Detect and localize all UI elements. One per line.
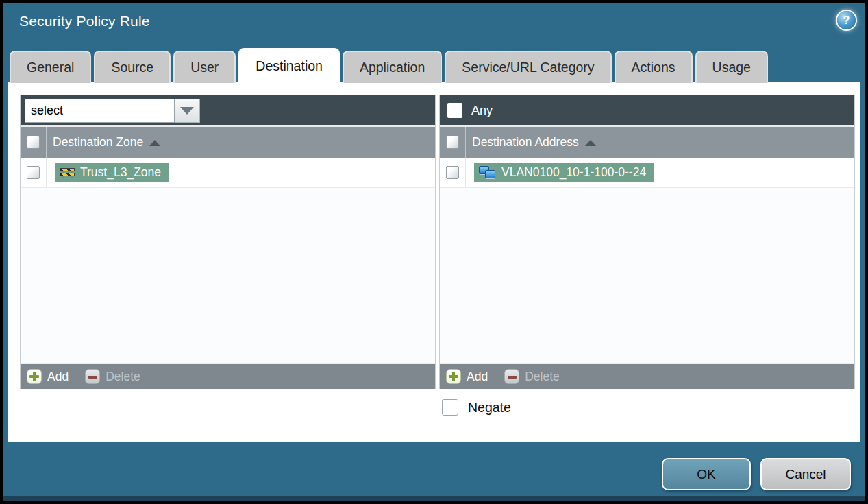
- table-row: Trust_L3_Zone: [21, 158, 435, 188]
- help-icon: ?: [843, 14, 850, 27]
- negate-checkbox[interactable]: [442, 399, 458, 416]
- address-panel-toolbar: Any: [440, 95, 854, 125]
- zone-add-button[interactable]: Add: [27, 369, 69, 384]
- row-checkbox-cell: [21, 158, 47, 187]
- zone-select-input[interactable]: [25, 99, 175, 123]
- any-checkbox-group: Any: [443, 103, 493, 118]
- destination-address-panel: Any Destination Address: [439, 95, 855, 389]
- zone-panel-toolbar: [21, 95, 435, 125]
- address-column-header-label: Destination Address: [472, 135, 579, 149]
- zone-table-header: Destination Zone: [21, 125, 435, 158]
- table-row: VLAN0100_10-1-100-0--24: [440, 158, 854, 188]
- zone-item-trust-l3-zone[interactable]: Trust_L3_Zone: [55, 163, 169, 182]
- minus-icon: [504, 369, 519, 384]
- zone-table-body: Trust_L3_Zone: [21, 158, 435, 363]
- tab-usage[interactable]: Usage: [695, 51, 768, 83]
- zone-add-label: Add: [47, 370, 69, 384]
- address-row-checkbox[interactable]: [446, 166, 459, 179]
- address-item-vlan0100[interactable]: VLAN0100_10-1-100-0--24: [474, 163, 654, 182]
- dialog-background: Security Policy Rule ? General Source Us…: [3, 3, 865, 501]
- zone-select-dropdown-button[interactable]: [175, 99, 200, 123]
- address-header-checkbox-cell: [440, 127, 466, 158]
- tab-application[interactable]: Application: [343, 51, 442, 83]
- zone-icon: [60, 167, 75, 178]
- dialog-bottom-shade: [3, 496, 865, 501]
- plus-icon: [27, 369, 42, 384]
- tab-bar: General Source User Destination Applicat…: [10, 48, 768, 83]
- address-table-body: VLAN0100_10-1-100-0--24: [440, 158, 854, 363]
- dialog-title: Security Policy Rule: [19, 13, 150, 29]
- zone-delete-label: Delete: [106, 370, 140, 384]
- destination-tab-content: Destination Zone: [8, 82, 860, 442]
- sort-ascending-icon: [585, 140, 596, 146]
- zone-select-all-checkbox[interactable]: [27, 136, 40, 149]
- tab-service-url-category[interactable]: Service/URL Category: [445, 51, 611, 83]
- tab-actions[interactable]: Actions: [615, 51, 693, 83]
- zone-item-label: Trust_L3_Zone: [80, 165, 161, 180]
- minus-icon: [85, 369, 100, 384]
- address-add-label: Add: [467, 370, 488, 384]
- zone-panel-footer: Add Delete: [21, 363, 435, 389]
- address-item-label: VLAN0100_10-1-100-0--24: [501, 165, 646, 180]
- any-label: Any: [471, 104, 493, 118]
- zone-column-header[interactable]: Destination Zone: [53, 135, 160, 149]
- zone-row-checkbox[interactable]: [27, 166, 40, 179]
- security-policy-rule-dialog: Security Policy Rule ? General Source Us…: [0, 0, 868, 504]
- tab-general[interactable]: General: [10, 51, 91, 83]
- address-table-header: Destination Address: [440, 125, 854, 158]
- plus-icon: [446, 369, 461, 384]
- zone-delete-button[interactable]: Delete: [85, 369, 140, 384]
- address-add-button[interactable]: Add: [446, 369, 488, 384]
- tab-user[interactable]: User: [173, 51, 236, 83]
- address-icon: [479, 166, 496, 179]
- destination-zone-panel: Destination Zone: [20, 95, 436, 389]
- tab-destination[interactable]: Destination: [238, 48, 340, 83]
- negate-label: Negate: [468, 400, 511, 416]
- chevron-down-icon: [180, 107, 194, 115]
- zone-column-header-label: Destination Zone: [53, 135, 143, 149]
- ok-button[interactable]: OK: [662, 458, 751, 490]
- zone-select-combo: [25, 99, 200, 123]
- address-delete-label: Delete: [525, 370, 560, 384]
- negate-checkbox-group: Negate: [442, 399, 511, 416]
- address-select-all-checkbox[interactable]: [446, 136, 459, 149]
- help-button[interactable]: ?: [837, 11, 856, 29]
- address-panel-footer: Add Delete: [440, 363, 854, 389]
- zone-header-checkbox-cell: [21, 127, 47, 158]
- cancel-button[interactable]: Cancel: [760, 458, 851, 490]
- sort-ascending-icon: [149, 140, 160, 146]
- tab-source[interactable]: Source: [94, 51, 171, 83]
- row-checkbox-cell: [440, 158, 466, 187]
- any-checkbox[interactable]: [447, 103, 462, 118]
- address-column-header[interactable]: Destination Address: [472, 135, 596, 149]
- address-delete-button[interactable]: Delete: [504, 369, 560, 384]
